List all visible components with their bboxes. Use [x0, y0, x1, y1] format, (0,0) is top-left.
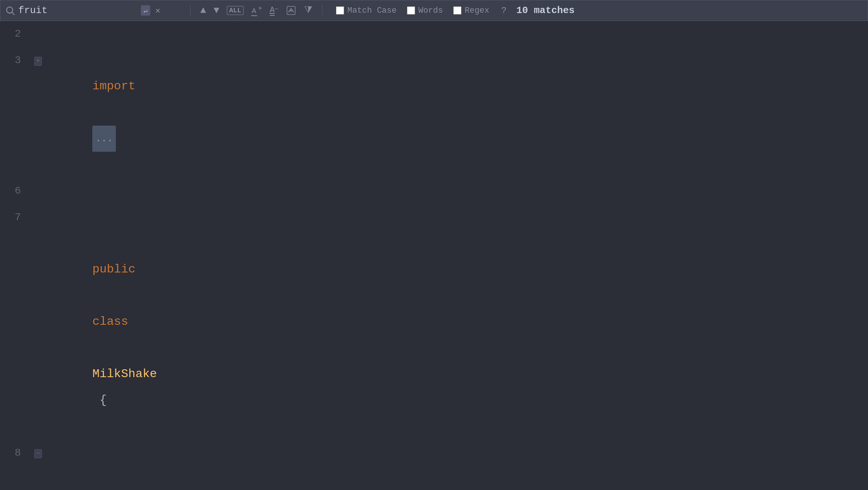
class-name: MilkShake	[92, 367, 157, 381]
prev-match-button[interactable]: ▲	[200, 5, 206, 16]
help-icon[interactable]: ?	[501, 6, 507, 16]
fold-icon-3[interactable]: +	[34, 57, 42, 66]
divider	[190, 4, 191, 16]
gutter-3: +	[27, 57, 49, 66]
svg-point-0	[7, 7, 13, 13]
search-input-wrapper: ↵ ✕	[5, 5, 184, 16]
keyword-public: public	[92, 262, 135, 276]
match-case-label: Match Case	[347, 6, 396, 15]
line-number-3: 3	[0, 47, 27, 74]
regex-option[interactable]: Regex	[453, 6, 489, 15]
code-line-2: 2	[0, 21, 868, 47]
close-icon[interactable]: ✕	[153, 5, 163, 16]
code-line-8: 8 − /**	[0, 440, 868, 490]
space	[92, 105, 99, 119]
select-all-occurrences-button[interactable]: A—	[270, 6, 278, 16]
keyword-class: class	[92, 315, 128, 329]
folded-import[interactable]: ...	[92, 126, 116, 152]
line-content-3: import ...	[49, 47, 868, 178]
search-input[interactable]	[18, 5, 138, 16]
code-line-3: 3 + import ...	[0, 47, 868, 178]
toolbar-icons: ▲ ▼ ALL + A A— ⧩	[200, 5, 312, 16]
enter-icon[interactable]: ↵	[141, 5, 150, 16]
match-case-checkbox[interactable]	[336, 6, 344, 15]
match-count: 10 matches	[516, 5, 575, 16]
line-content-8: /**	[49, 440, 868, 490]
code-area: 2 3 + import ... 6 7 public class Mil	[0, 21, 868, 490]
search-icon	[5, 5, 15, 16]
preserve-case-button[interactable]	[285, 5, 297, 16]
divider2	[322, 4, 322, 16]
add-cursor-button[interactable]: + A	[251, 5, 262, 16]
match-case-option[interactable]: Match Case	[336, 6, 396, 15]
words-checkbox[interactable]	[407, 6, 415, 15]
regex-checkbox[interactable]	[453, 6, 461, 15]
svg-line-1	[12, 12, 14, 15]
gutter-8: −	[27, 449, 49, 458]
next-match-button[interactable]: ▼	[214, 5, 220, 16]
search-options: Match Case Words Regex ?	[336, 6, 506, 16]
code-line-7: 7 public class MilkShake {	[0, 204, 868, 440]
line-number-2: 2	[0, 21, 27, 47]
find-all-button[interactable]: ALL	[227, 6, 243, 15]
search-bar: ↵ ✕ ▲ ▼ ALL + A A— ⧩ Match Case	[0, 0, 868, 21]
line-number-7: 7	[0, 204, 27, 231]
words-label: Words	[418, 6, 443, 15]
line-content-7: public class MilkShake {	[49, 204, 868, 440]
words-option[interactable]: Words	[407, 6, 443, 15]
fold-icon-8[interactable]: −	[34, 449, 42, 458]
code-line-6: 6	[0, 178, 868, 204]
keyword-import: import	[92, 79, 135, 93]
line-number-6: 6	[0, 178, 27, 204]
line-number-8: 8	[0, 440, 27, 466]
filter-button[interactable]: ⧩	[304, 5, 312, 16]
regex-label: Regex	[464, 6, 489, 15]
